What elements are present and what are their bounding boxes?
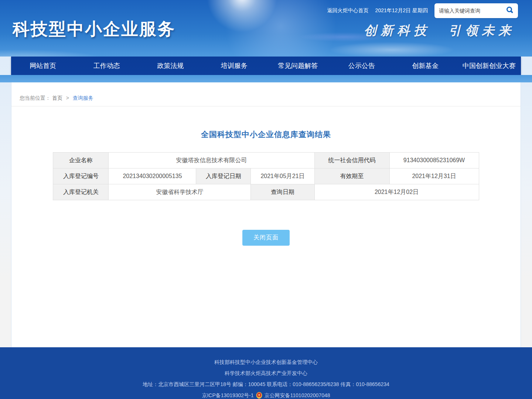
footer-beian-line: 京ICP备13019302号-1 京公网安备11010202007048 — [0, 392, 532, 399]
field-value-reg-number: 202134030200005135 — [109, 168, 196, 184]
nav-item-home[interactable]: 网站首页 — [11, 57, 75, 75]
field-value-company-name: 安徽塔孜信息技术有限公司 — [109, 153, 314, 168]
icp-record-link[interactable]: 京ICP备13019302号-1 — [202, 392, 253, 399]
breadcrumb-home-link[interactable]: 首页 — [52, 95, 62, 101]
site-slogan: 创新科技 引领未来 — [364, 22, 515, 39]
field-label-company-name: 企业名称 — [53, 153, 109, 168]
main-nav: 网站首页 工作动态 政策法规 培训服务 常见问题解答 公示公告 创新基金 中国创… — [11, 57, 521, 75]
close-page-button[interactable]: 关闭页面 — [242, 230, 290, 246]
sky-strip — [0, 75, 532, 82]
table-row: 入库登记编号 202134030200005135 入库登记日期 2021年05… — [53, 168, 479, 184]
footer-contact-line: 地址：北京市西城区三里河二区甲18号 邮编：100045 联系电话：010-88… — [0, 381, 532, 388]
police-record-link[interactable]: 京公网安备11010202007048 — [265, 392, 330, 399]
field-value-reg-authority: 安徽省科学技术厅 — [109, 184, 251, 200]
search-icon — [507, 7, 512, 12]
nav-item-work-news[interactable]: 工作动态 — [75, 57, 139, 75]
nav-item-announcements[interactable]: 公示公告 — [330, 57, 394, 75]
header-top-row: 返回火炬中心首页 2021年12月2日 星期四 — [327, 0, 518, 21]
table-row: 企业名称 安徽塔孜信息技术有限公司 统一社会信用代码 9134030008523… — [53, 153, 479, 168]
page-title: 全国科技型中小企业信息库查询结果 — [11, 129, 521, 140]
company-info-table: 企业名称 安徽塔孜信息技术有限公司 统一社会信用代码 9134030008523… — [53, 152, 479, 200]
nav-item-policies[interactable]: 政策法规 — [139, 57, 202, 75]
page: 返回火炬中心首页 2021年12月2日 星期四 科技型中小企业服务 创新科技 引… — [0, 0, 532, 399]
footer-org-line1: 科技部科技型中小企业技术创新基金管理中心 — [0, 358, 532, 366]
field-value-reg-date: 2021年05月21日 — [251, 168, 314, 184]
site-logo: 科技型中小企业服务 — [13, 18, 175, 41]
return-torch-home-link[interactable]: 返回火炬中心首页 — [327, 7, 369, 14]
nav-item-innovation-contest[interactable]: 中国创新创业大赛 — [457, 57, 521, 75]
field-label-reg-authority: 入库登记机关 — [53, 184, 109, 200]
nav-item-faq[interactable]: 常见问题解答 — [266, 57, 330, 75]
field-value-query-date: 2021年12月02日 — [314, 184, 479, 200]
search-box — [434, 3, 518, 18]
field-value-valid-until: 2021年12月31日 — [389, 168, 479, 184]
search-button[interactable] — [506, 6, 514, 16]
button-row: 关闭页面 — [11, 230, 521, 246]
breadcrumb-separator: > — [66, 95, 69, 101]
footer-org-line2: 科学技术部火炬高技术产业开发中心 — [0, 369, 532, 377]
field-value-credit-code: 91340300085231069W — [389, 153, 479, 168]
breadcrumb-current-link[interactable]: 查询服务 — [73, 95, 93, 101]
breadcrumb-prefix: 您当前位置： — [20, 95, 51, 101]
field-label-reg-number: 入库登记编号 — [53, 168, 109, 184]
table-row: 入库登记机关 安徽省科学技术厅 查询日期 2021年12月02日 — [53, 184, 479, 200]
nav-item-training[interactable]: 培训服务 — [202, 57, 266, 75]
breadcrumb: 您当前位置： 首页 > 查询服务 — [11, 82, 521, 106]
field-label-reg-date: 入库登记日期 — [196, 168, 251, 184]
site-header: 返回火炬中心首页 2021年12月2日 星期四 科技型中小企业服务 创新科技 引… — [0, 0, 532, 57]
site-footer: 科技部科技型中小企业技术创新基金管理中心 科学技术部火炬高技术产业开发中心 地址… — [0, 347, 532, 399]
field-label-valid-until: 有效期至 — [314, 168, 389, 184]
police-badge-icon — [256, 392, 262, 399]
search-input[interactable] — [439, 8, 506, 14]
current-date: 2021年12月2日 星期四 — [375, 7, 428, 14]
field-label-credit-code: 统一社会信用代码 — [314, 153, 389, 168]
field-label-query-date: 查询日期 — [251, 184, 314, 200]
content-panel: 您当前位置： 首页 > 查询服务 全国科技型中小企业信息库查询结果 企业名称 安… — [11, 82, 521, 347]
nav-item-innovation-fund[interactable]: 创新基金 — [393, 57, 457, 75]
